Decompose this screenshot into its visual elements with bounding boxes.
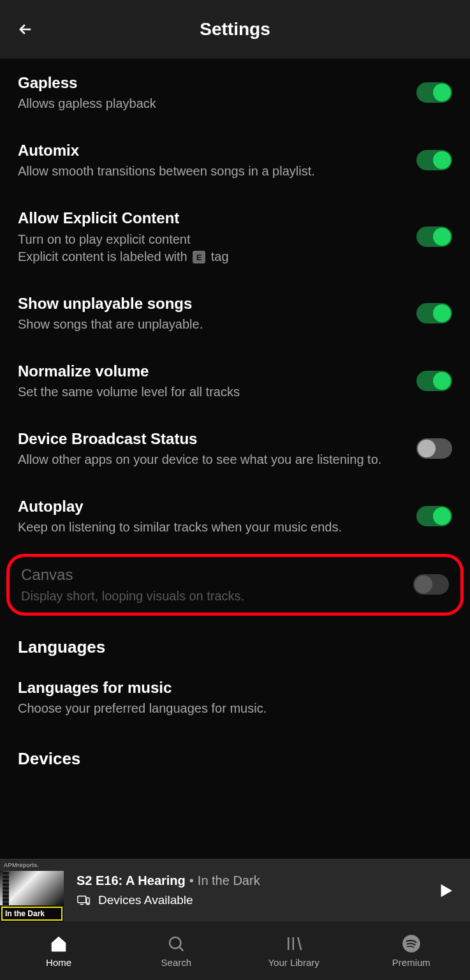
settings-list: GaplessAllows gapless playbackAutomixAll… (0, 59, 470, 859)
toggle-gapless[interactable] (416, 82, 452, 103)
setting-row-gapless[interactable]: GaplessAllows gapless playback (18, 59, 452, 126)
setting-desc-gapless: Allows gapless playback (18, 95, 404, 112)
devices-available[interactable]: Devices Available (77, 893, 434, 907)
back-arrow-icon (17, 20, 34, 38)
setting-row-unplayable[interactable]: Show unplayable songsShow songs that are… (18, 279, 452, 347)
tab-search[interactable]: Search (117, 921, 235, 980)
setting-desc-broadcast: Allow other apps on your device to see w… (18, 451, 404, 468)
setting-title-explicit: Allow Explicit Content (18, 208, 404, 228)
setting-title-automix: Automix (18, 140, 404, 160)
setting-title-normalize: Normalize volume (18, 361, 404, 381)
setting-desc-canvas: Display short, looping visuals on tracks… (21, 588, 400, 605)
setting-title-autoplay: Autoplay (18, 496, 404, 516)
toggle-normalize[interactable] (416, 371, 452, 391)
setting-desc-autoplay: Keep on listening to similar tracks when… (18, 519, 404, 536)
now-playing-subtitle: In the Dark (198, 873, 260, 888)
now-playing-title: S2 E16: A Hearing (77, 873, 186, 888)
setting-desc-normalize: Set the same volume level for all tracks (18, 383, 404, 401)
toggle-unplayable[interactable] (416, 303, 452, 323)
toggle-canvas (413, 574, 449, 595)
svg-rect-0 (78, 896, 86, 903)
toggle-broadcast[interactable] (416, 438, 452, 459)
play-icon (436, 881, 455, 900)
settings-header: Settings (0, 0, 470, 59)
tab-library[interactable]: Your Library (235, 921, 353, 980)
svg-point-3 (170, 937, 181, 949)
toggle-automix[interactable] (416, 150, 452, 170)
setting-title-canvas: Canvas (21, 565, 400, 584)
languages-for-music-title: Languages for music (18, 678, 439, 697)
home-icon (49, 934, 68, 953)
library-icon (284, 934, 304, 953)
setting-title-broadcast: Device Broadcast Status (18, 429, 404, 449)
setting-desc-explicit: Turn on to play explicit content Explici… (18, 231, 404, 265)
section-devices: Devices (18, 731, 452, 775)
toggle-explicit[interactable] (416, 226, 452, 247)
now-playing-info: S2 E16: A Hearing • In the Dark Devices … (64, 873, 434, 907)
now-playing-artwork: APMreports. In the Dark (0, 859, 64, 922)
play-button[interactable] (434, 879, 457, 902)
setting-title-gapless: Gapless (18, 73, 404, 93)
setting-desc-automix: Allow smooth transitions between songs i… (18, 163, 404, 180)
tab-premium[interactable]: Premium (353, 921, 470, 980)
search-icon (166, 934, 186, 953)
back-button[interactable] (11, 15, 40, 43)
setting-row-broadcast[interactable]: Device Broadcast StatusAllow other apps … (18, 415, 452, 482)
spotify-icon (402, 934, 421, 953)
setting-row-autoplay[interactable]: AutoplayKeep on listening to similar tra… (18, 482, 452, 550)
setting-row-normalize[interactable]: Normalize volumeSet the same volume leve… (18, 347, 452, 415)
languages-for-music-row[interactable]: Languages for music Choose your preferre… (18, 664, 452, 731)
setting-row-explicit[interactable]: Allow Explicit ContentTurn on to play ex… (18, 194, 452, 279)
section-languages: Languages (18, 620, 452, 664)
tab-home[interactable]: Home (0, 921, 117, 980)
svg-point-2 (87, 903, 88, 903)
explicit-tag-icon: E (193, 251, 205, 264)
tab-bar: Home Search Your Library Premium (0, 921, 470, 980)
setting-row-automix[interactable]: AutomixAllow smooth transitions between … (18, 126, 452, 194)
setting-desc-unplayable: Show songs that are unplayable. (18, 316, 404, 333)
devices-icon (77, 893, 91, 907)
now-playing-bar[interactable]: APMreports. In the Dark S2 E16: A Hearin… (0, 859, 470, 921)
setting-title-unplayable: Show unplayable songs (18, 293, 404, 313)
setting-row-canvas[interactable]: CanvasDisplay short, looping visuals on … (21, 565, 449, 604)
languages-for-music-desc: Choose your preferred languages for musi… (18, 700, 439, 717)
toggle-autoplay[interactable] (416, 506, 452, 526)
page-title: Settings (0, 19, 470, 40)
